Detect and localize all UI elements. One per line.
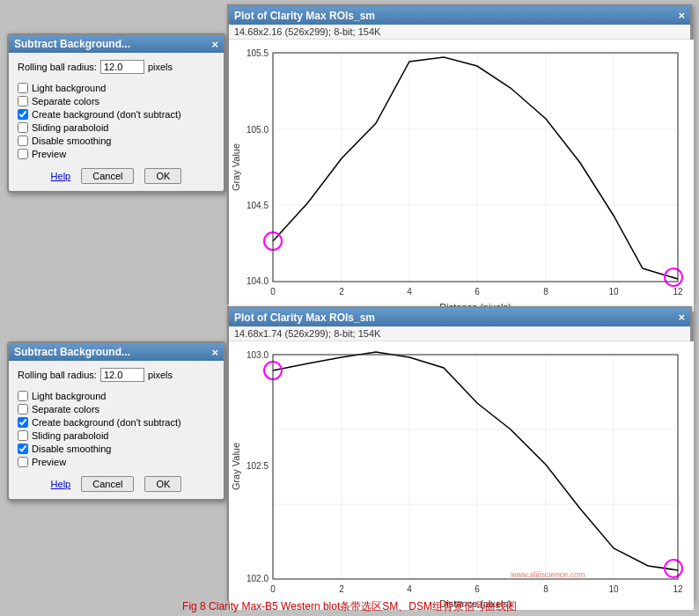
create-background-label-1: Create background (don't subtract): [32, 109, 181, 120]
plot2-info: 14.68x1.74 (526x299); 8-bit; 154K: [229, 326, 690, 341]
plot1-svg: 105.5 105.0 104.5 104.0 0 2 4 6 8 10 12 …: [229, 40, 694, 312]
separate-colors-checkbox-2[interactable]: [18, 404, 28, 414]
radius-row-1: Rolling ball radius: pixels: [18, 60, 215, 74]
svg-text:Gray Value: Gray Value: [231, 443, 241, 490]
disable-smoothing-row-2: Disable smoothing: [18, 444, 215, 454]
radius-input-2[interactable]: [100, 368, 144, 382]
dialog1-close-button[interactable]: ×: [211, 39, 218, 50]
light-background-row-1: Light background: [18, 83, 215, 93]
plot2-svg: 103.0 102.5 102.0 0 2 4 6 8 10 12 Distan…: [229, 341, 694, 610]
svg-text:102.0: 102.0: [246, 574, 269, 583]
dialog1-title-text: Subtract Background...: [14, 38, 130, 50]
preview-row-1: Preview: [18, 149, 215, 159]
preview-checkbox-1[interactable]: [18, 149, 28, 159]
radius-row-2: Rolling ball radius: pixels: [18, 368, 215, 382]
create-background-row-2: Create background (don't subtract): [18, 417, 215, 428]
help-button-1[interactable]: Help: [51, 168, 71, 184]
ok-button-2[interactable]: OK: [144, 476, 181, 492]
plot1-title-bar: Plot of Clarity Max ROIs_sm ×: [229, 6, 690, 25]
help-button-2[interactable]: Help: [51, 476, 71, 492]
plot1-content: 105.5 105.0 104.5 104.0 0 2 4 6 8 10 12 …: [229, 40, 694, 312]
plot2-close-button[interactable]: ×: [678, 311, 685, 324]
svg-rect-0: [273, 53, 678, 282]
svg-text:Gray Value: Gray Value: [231, 143, 241, 191]
sliding-paraboloid-row-1: Sliding paraboloid: [18, 122, 215, 133]
create-background-label-2: Create background (don't subtract): [32, 417, 181, 428]
dialog1-buttons: Help Cancel OK: [18, 168, 215, 184]
preview-checkbox-2[interactable]: [18, 457, 28, 467]
ok-button-1[interactable]: OK: [144, 168, 181, 184]
svg-text:103.0: 103.0: [246, 350, 269, 360]
svg-text:10: 10: [608, 287, 619, 297]
separate-colors-label-1: Separate colors: [32, 96, 99, 106]
preview-row-2: Preview: [18, 457, 215, 467]
subtract-background-dialog-1: Subtract Background... × Rolling ball ra…: [7, 33, 225, 193]
sliding-paraboloid-checkbox-2[interactable]: [18, 430, 28, 441]
plot-window-1: Plot of Clarity Max ROIs_sm × 14.68x2.16…: [227, 4, 692, 304]
disable-smoothing-row-1: Disable smoothing: [18, 136, 215, 146]
sliding-paraboloid-checkbox-1[interactable]: [18, 122, 28, 133]
pixels-label-2: pixels: [148, 370, 173, 380]
disable-smoothing-checkbox-2[interactable]: [18, 444, 28, 454]
preview-label-2: Preview: [32, 457, 66, 467]
cancel-button-2[interactable]: Cancel: [81, 476, 134, 492]
dialog2-body: Rolling ball radius: pixels Light backgr…: [9, 361, 224, 499]
sliding-paraboloid-label-1: Sliding paraboloid: [32, 122, 108, 133]
svg-text:4: 4: [407, 287, 412, 297]
light-background-checkbox-1[interactable]: [18, 83, 28, 93]
svg-text:8: 8: [543, 287, 548, 297]
dialog1-title-bar: Subtract Background... ×: [9, 35, 224, 53]
plot2-content: 103.0 102.5 102.0 0 2 4 6 8 10 12 Distan…: [229, 341, 694, 610]
svg-rect-28: [273, 355, 678, 579]
create-background-checkbox-1[interactable]: [18, 109, 28, 120]
svg-text:12: 12: [673, 287, 683, 297]
svg-text:2: 2: [339, 584, 344, 594]
light-background-label-2: Light background: [32, 391, 106, 401]
radius-label-2: Rolling ball radius:: [18, 370, 97, 380]
dialog2-buttons: Help Cancel OK: [18, 476, 215, 492]
svg-text:102.5: 102.5: [246, 461, 269, 471]
dialog2-title-bar: Subtract Background... ×: [9, 343, 224, 361]
disable-smoothing-label-1: Disable smoothing: [32, 136, 112, 146]
plot1-close-button[interactable]: ×: [678, 9, 685, 22]
preview-label-1: Preview: [32, 149, 66, 159]
svg-text:105.5: 105.5: [246, 48, 269, 58]
svg-text:105.0: 105.0: [246, 125, 269, 135]
plot1-title-text: Plot of Clarity Max ROIs_sm: [234, 10, 375, 22]
radius-label-1: Rolling ball radius:: [18, 62, 97, 72]
svg-text:4: 4: [407, 584, 412, 594]
radius-input-1[interactable]: [100, 60, 144, 74]
separate-colors-checkbox-1[interactable]: [18, 96, 28, 106]
svg-text:8: 8: [543, 584, 548, 594]
disable-smoothing-label-2: Disable smoothing: [32, 444, 112, 454]
svg-text:2: 2: [339, 287, 344, 297]
sliding-paraboloid-row-2: Sliding paraboloid: [18, 430, 215, 441]
svg-text:10: 10: [608, 584, 619, 594]
separate-colors-row-1: Separate colors: [18, 96, 215, 106]
svg-text:12: 12: [673, 584, 683, 594]
create-background-checkbox-2[interactable]: [18, 417, 28, 428]
figure-caption: Fig 8 Clarity Max-B5 Western blot条带选区SM、…: [0, 599, 699, 614]
dialog2-title-text: Subtract Background...: [14, 346, 130, 358]
subtract-background-dialog-2: Subtract Background... × Rolling ball ra…: [7, 341, 225, 501]
svg-text:www.aliiiscience.com: www.aliiiscience.com: [510, 570, 585, 579]
pixels-label-1: pixels: [148, 62, 173, 72]
separate-colors-row-2: Separate colors: [18, 404, 215, 414]
light-background-checkbox-2[interactable]: [18, 391, 28, 401]
svg-text:0: 0: [270, 584, 276, 594]
svg-text:0: 0: [270, 287, 276, 297]
plot2-title-bar: Plot of Clarity Max ROIs_sm ×: [229, 308, 690, 326]
sliding-paraboloid-label-2: Sliding paraboloid: [32, 430, 108, 441]
dialog2-close-button[interactable]: ×: [211, 347, 218, 358]
light-background-row-2: Light background: [18, 391, 215, 401]
svg-text:6: 6: [475, 584, 480, 594]
plot2-title-text: Plot of Clarity Max ROIs_sm: [234, 312, 375, 324]
separate-colors-label-2: Separate colors: [32, 404, 99, 414]
plot-window-2: Plot of Clarity Max ROIs_sm × 14.68x1.74…: [227, 306, 692, 601]
plot1-info: 14.68x2.16 (526x299); 8-bit; 154K: [229, 25, 690, 40]
svg-text:6: 6: [475, 287, 480, 297]
disable-smoothing-checkbox-1[interactable]: [18, 136, 28, 146]
svg-text:104.0: 104.0: [246, 276, 269, 286]
svg-text:104.5: 104.5: [246, 201, 269, 210]
cancel-button-1[interactable]: Cancel: [81, 168, 134, 184]
